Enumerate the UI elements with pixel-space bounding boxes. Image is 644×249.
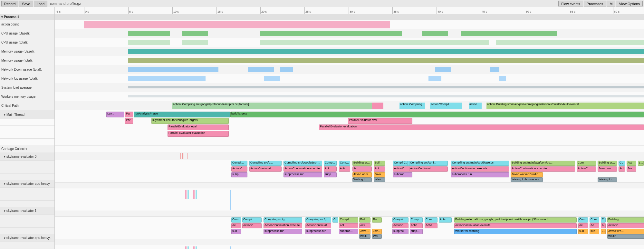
- sfe1-r2-b8[interactable]: ActionC...: [410, 223, 423, 228]
- net-up-bar1[interactable]: [128, 76, 206, 81]
- critical-path-bar5[interactable]: action...: [469, 103, 482, 109]
- process1-header[interactable]: ▾ Process 1: [0, 14, 54, 20]
- sfe0-r2-b7[interactable]: Act...: [374, 166, 385, 172]
- net-down-bar1[interactable]: [128, 67, 218, 72]
- mt-bar-pe-eval1[interactable]: ParallelEvaluator eval: [168, 124, 229, 130]
- main-thread-header[interactable]: ▾ Main Thread: [0, 110, 54, 119]
- sfe1-r1-b15[interactable]: Building...: [607, 217, 644, 223]
- sysload-bar[interactable]: [128, 86, 644, 88]
- sfe1-r1-c[interactable]: C.: [601, 217, 606, 223]
- cpu-bazel-bar5[interactable]: [461, 31, 557, 36]
- sfe1-r3-b8[interactable]: Jav...: [372, 229, 382, 234]
- mt-bar-par1[interactable]: Par: [125, 112, 133, 117]
- sfe1-r2-b13[interactable]: Ac.: [601, 223, 606, 228]
- mt-bar-pe-eval-right[interactable]: ParallelEvaluator eval: [348, 118, 412, 124]
- sfe1-r1-b14[interactable]: Com: [590, 217, 599, 223]
- sfe1-r3-b4[interactable]: subproc...: [339, 229, 358, 234]
- sfe1-r2-b1[interactable]: Ac...: [231, 223, 241, 228]
- sfe0-r1-b4[interactable]: Comp...: [324, 161, 337, 166]
- sfe1-r2-b6[interactable]: Acti...: [359, 223, 370, 228]
- net-down-bar5[interactable]: [490, 67, 499, 72]
- timeline[interactable]: -5 s 0 s 5 s 10 s 15 s 20 s 25 s 30 s 35…: [55, 7, 644, 249]
- sfe0-r1-b6[interactable]: Building src...: [352, 161, 372, 166]
- sfe1-r3-b6[interactable]: subp...: [410, 229, 423, 234]
- sfe1-r2-b14[interactable]: ActionC...: [607, 223, 644, 228]
- sfe1-r1-b11[interactable]: ActionC...: [439, 217, 452, 223]
- sfe1-r2-b7[interactable]: ActionC...: [392, 223, 409, 228]
- sfe1-r2-b3[interactable]: ActionContinuation.execute: [264, 223, 302, 228]
- sfe0-r2-b13[interactable]: Javac wor...: [598, 166, 617, 172]
- load-button[interactable]: Load: [34, 1, 47, 6]
- sfe1-r2-b12[interactable]: Ac...: [590, 223, 599, 228]
- processes-button[interactable]: Processes: [584, 1, 606, 6]
- sfe0-r2-b14[interactable]: Act: [619, 166, 625, 172]
- m-button[interactable]: M: [607, 1, 615, 6]
- sfe0-r1-b16[interactable]: sub: [638, 161, 644, 166]
- sfe0-r1-b9[interactable]: Compiling src/coni...: [409, 161, 448, 166]
- sfe0-r2-b5[interactable]: Acti...: [339, 166, 350, 172]
- mt-bar-configure-targets[interactable]: skyframeExecutor.configureTargets: [151, 118, 229, 124]
- sfe0-r1-b3[interactable]: Compiling src/google/protobuf/general...: [284, 161, 322, 166]
- view-options-button[interactable]: View Options: [616, 1, 643, 6]
- sfe1-r1-b1[interactable]: Com: [231, 217, 241, 223]
- sfe0-header[interactable]: ▾ skyframe-evaluator 0: [0, 153, 54, 161]
- critical-path-bar1[interactable]: action 'Compiling src/google/protobuf/de…: [172, 103, 372, 109]
- sfe0-r1-b11[interactable]: Building src/main/java/com/go...: [511, 161, 575, 166]
- sfe0-r2-b1[interactable]: ActionC...: [231, 166, 247, 172]
- mt-bar-parallel-eval[interactable]: Parallel Evaluator evaluation: [319, 124, 644, 130]
- sfe0-r1-b14[interactable]: Co: [619, 161, 625, 166]
- cpu-total-bar4[interactable]: [496, 40, 644, 45]
- sfe0-r3-b5[interactable]: subprocess.run: [451, 172, 509, 177]
- sfe0-r2-b15[interactable]: Javac wor.: [627, 166, 636, 172]
- sfe1-r1-b10[interactable]: Compil...: [425, 217, 437, 223]
- sfe0-r1-b1[interactable]: Compil...: [231, 161, 247, 166]
- sfe1-r1-b3[interactable]: Compiling src/g...: [264, 217, 302, 223]
- sfe0-r3-b6[interactable]: Javac work...: [352, 172, 372, 177]
- sfe1-r2-b10[interactable]: ActionContinuation.execute: [454, 223, 577, 228]
- action-count-bar[interactable]: [84, 21, 390, 28]
- sfe0-r1-b2[interactable]: Compiling src/g...: [249, 161, 282, 166]
- sfe1-r4-b1[interactable]: Waiting to...: [359, 234, 370, 239]
- sfe0-r4-b2[interactable]: Waitin...: [374, 177, 385, 182]
- sfe0-r3-b2[interactable]: subprocess.run: [284, 172, 322, 177]
- sfe1-r4-b2[interactable]: Wai...: [372, 234, 382, 239]
- sfe0-r3-b7[interactable]: Javac...: [374, 172, 385, 177]
- sfe1-r1-b12[interactable]: Building external/com_google_protobuf/ja…: [454, 217, 577, 223]
- sfe1-r3-b10[interactable]: sub: [578, 229, 588, 234]
- net-down-bar2[interactable]: [248, 67, 274, 72]
- sfe1-r1-b9[interactable]: CompIlin...: [410, 217, 423, 223]
- sfe0-r3-b8[interactable]: Javac worker Building s...: [511, 172, 543, 177]
- sfe0-r1-b10[interactable]: Compiling src/main/cpp/blaze.cc: [451, 161, 509, 166]
- critical-path-bar2[interactable]: [372, 103, 383, 109]
- sfe0-r2-b4[interactable]: Act...: [324, 166, 337, 172]
- sfe1-r3-b7[interactable]: Javac worker...: [359, 229, 370, 234]
- sfe0-r2-b11[interactable]: ActionContinuation.execute: [511, 166, 575, 172]
- net-up-bar2[interactable]: [264, 76, 280, 81]
- sfe0-r2-b3[interactable]: ActionContinuation.execute: [284, 166, 322, 172]
- sfe1-r3-b3[interactable]: subprocess.run: [305, 229, 331, 234]
- net-down-bar3[interactable]: [280, 67, 293, 72]
- sfe0-r2-b10[interactable]: ActionContinuation.execute: [451, 166, 509, 172]
- sfe1-r1-b4[interactable]: Compiling src/google...: [305, 217, 331, 223]
- sfe1-r3-b2[interactable]: subprocess.run: [264, 229, 302, 234]
- mt-bar-build-targets[interactable]: buildTargets: [230, 112, 644, 117]
- critical-path-bar4[interactable]: action 'Compil...: [430, 103, 462, 109]
- flow-events-button[interactable]: Flow events: [558, 1, 583, 6]
- mt-bar-pe-eval2[interactable]: Parallel Evaluator evaluation: [168, 131, 229, 137]
- sfe0-r1-b5[interactable]: Compil...: [339, 161, 350, 166]
- sfe1-r3-b13[interactable]: Javac wro...: [607, 229, 644, 234]
- sfecpu1-header[interactable]: ▾ skyframe-evaluator-cpu-heavy-: [0, 234, 54, 242]
- cpu-bazel-bar2[interactable]: [182, 31, 208, 36]
- sfe0-r1-co[interactable]: Co: [403, 161, 408, 166]
- mt-bar-lav[interactable]: Lav...: [106, 112, 124, 117]
- sfecpu0-header[interactable]: ▾ skyframe-evaluator-cpu-heavy-: [0, 180, 54, 188]
- sfe0-r3-b4[interactable]: subproc...: [393, 172, 412, 177]
- cpu-bazel-bar4[interactable]: [422, 31, 448, 36]
- sfe1-header[interactable]: ▾ skyframe-evaluator 1: [0, 207, 54, 215]
- cpu-bazel-bar3[interactable]: [260, 31, 402, 36]
- sfe0-r2-b2[interactable]: ActionContinuati...: [249, 166, 282, 172]
- net-up-bar3[interactable]: [428, 76, 441, 81]
- sfe0-r4-b3[interactable]: Waiting to borrow worker: [511, 177, 543, 182]
- sfe0-r2-b6[interactable]: Act...: [352, 166, 372, 172]
- workers-mem-bar[interactable]: [128, 95, 644, 97]
